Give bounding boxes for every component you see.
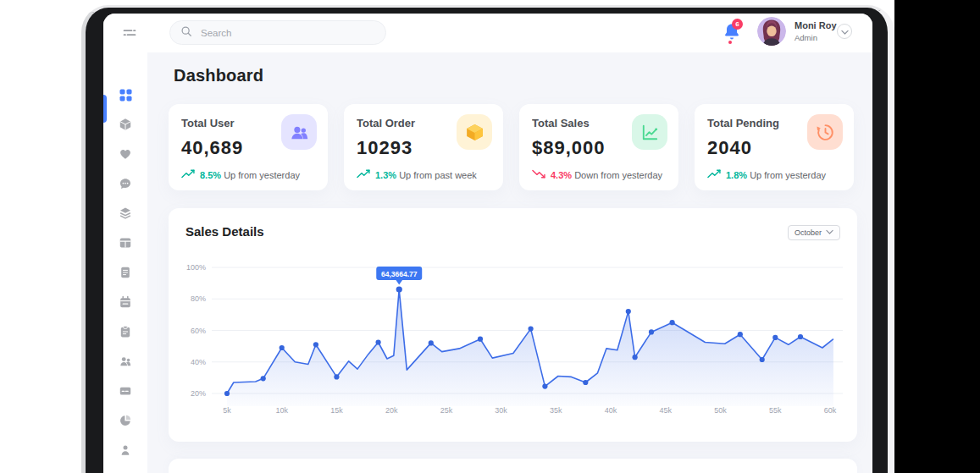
pie-icon [119, 414, 132, 431]
svg-text:10k: 10k [275, 406, 288, 415]
clockhistory-icon [807, 114, 843, 150]
stat-card-total-user: Total User40,6898.5% Up from yesterday [169, 104, 328, 190]
stat-card-total-order: Total Order102931.3% Up from past week [344, 104, 503, 190]
sidebar-item-gear[interactable] [103, 469, 147, 473]
bell-icon [722, 30, 742, 45]
sidebar-item-table[interactable] [103, 232, 147, 257]
document-icon [119, 266, 132, 283]
period-selector[interactable]: October [788, 225, 840, 240]
svg-text:55k: 55k [769, 406, 782, 415]
avatar[interactable] [757, 17, 786, 46]
notifications-button[interactable]: 6 [722, 22, 744, 44]
search-icon [180, 25, 192, 41]
page-title: Dashboard [174, 66, 263, 85]
sidebar-item-grid[interactable] [103, 84, 147, 109]
user-name: Moni Roy [795, 20, 837, 30]
card-icon [119, 384, 132, 401]
svg-text:35k: 35k [550, 406, 562, 415]
layers-icon [119, 206, 132, 223]
stat-card-total-pending: Total Pending20401.8% Up from yesterday [695, 104, 854, 190]
notification-dot [728, 41, 732, 44]
cube3d-icon [457, 114, 492, 150]
stat-value: $89,000 [532, 137, 606, 159]
users-icon [281, 114, 317, 150]
svg-text:100%: 100% [186, 263, 206, 272]
svg-text:60k: 60k [824, 406, 837, 415]
notification-badge: 6 [732, 19, 743, 30]
grid-icon [119, 88, 133, 106]
profile-dropdown-button[interactable] [837, 24, 852, 39]
sidebar-item-layers[interactable] [103, 202, 147, 228]
contacts-icon [119, 355, 132, 371]
stat-value: 2040 [707, 137, 752, 159]
stat-label: Total Sales [532, 117, 590, 129]
main-content: Dashboard Total User40,6898.5% Up from y… [147, 52, 872, 473]
trend-up-icon [707, 169, 722, 180]
stat-trend: 4.3% Down from yesterday [532, 169, 662, 180]
chartline-icon [632, 114, 667, 150]
app-screen: 6 Moni Roy Admin Dashboard Total User40,… [103, 14, 872, 473]
top-header: 6 Moni Roy Admin [103, 14, 872, 52]
heart-icon [119, 147, 132, 164]
stat-trend: 1.3% Up from past week [357, 169, 477, 180]
chevron-down-icon [826, 228, 833, 237]
svg-text:5k: 5k [223, 406, 231, 415]
stat-trend: 8.5% Up from yesterday [181, 169, 300, 180]
chat-icon [119, 177, 132, 194]
stat-card-total-sales: Total Sales$89,0004.3% Down from yesterd… [519, 104, 678, 190]
svg-text:50k: 50k [714, 406, 727, 415]
svg-text:80%: 80% [191, 294, 206, 303]
sales-line-chart: 20%40%60%80%100%5k10k15k20k25k30k35k40k4… [169, 247, 857, 442]
sidebar-item-document[interactable] [103, 261, 147, 287]
period-selector-label: October [795, 228, 822, 237]
svg-text:20k: 20k [385, 406, 398, 415]
stat-trend: 1.8% Up from yesterday [707, 169, 826, 180]
stat-value: 40,689 [181, 137, 243, 159]
sidebar-item-clipboard[interactable] [103, 321, 147, 346]
svg-text:64,3664.77: 64,3664.77 [381, 270, 418, 278]
trend-down-icon [532, 169, 546, 180]
user-role: Admin [795, 33, 817, 42]
sidebar-item-cube[interactable] [103, 113, 147, 139]
sidebar-item-person[interactable] [103, 439, 147, 465]
svg-text:30k: 30k [495, 406, 507, 415]
svg-text:15k: 15k [330, 406, 343, 415]
stat-label: Total User [181, 117, 235, 129]
menu-toggle-icon[interactable] [122, 25, 137, 44]
cube-icon [119, 118, 132, 135]
trend-up-icon [357, 169, 371, 180]
sidebar-item-card[interactable] [103, 380, 147, 405]
sidebar-item-calendar[interactable] [103, 291, 147, 316]
sidebar-item-pie[interactable] [103, 410, 147, 435]
trend-up-icon [181, 169, 196, 180]
stat-label: Total Order [357, 117, 415, 129]
svg-text:20%: 20% [191, 389, 206, 398]
screenshot-stage: 6 Moni Roy Admin Dashboard Total User40,… [0, 0, 980, 473]
sidebar [103, 52, 147, 473]
table-icon [119, 236, 132, 253]
sales-details-title: Sales Details [185, 224, 264, 239]
svg-text:40%: 40% [191, 358, 206, 366]
sidebar-item-contacts[interactable] [103, 350, 147, 376]
calendar-icon [119, 295, 132, 312]
sidebar-item-heart[interactable] [103, 143, 147, 168]
search-input[interactable] [199, 27, 352, 39]
clipboard-icon [119, 325, 132, 342]
next-section-card [169, 459, 857, 473]
stat-label: Total Pending [707, 117, 779, 129]
svg-text:40k: 40k [605, 406, 617, 415]
svg-text:45k: 45k [660, 406, 673, 415]
svg-text:25k: 25k [440, 406, 453, 415]
chevron-down-icon [841, 24, 849, 39]
sales-details-card: Sales Details October 20%40%60%80%100%5k… [169, 208, 857, 442]
chart-tooltip: 64,3664.77 [376, 267, 422, 293]
stat-value: 10293 [357, 137, 412, 159]
person-icon [119, 443, 132, 460]
search-bar[interactable] [169, 20, 386, 45]
sidebar-item-chat[interactable] [103, 173, 147, 198]
svg-text:60%: 60% [191, 327, 206, 335]
right-black-background [894, 0, 980, 473]
